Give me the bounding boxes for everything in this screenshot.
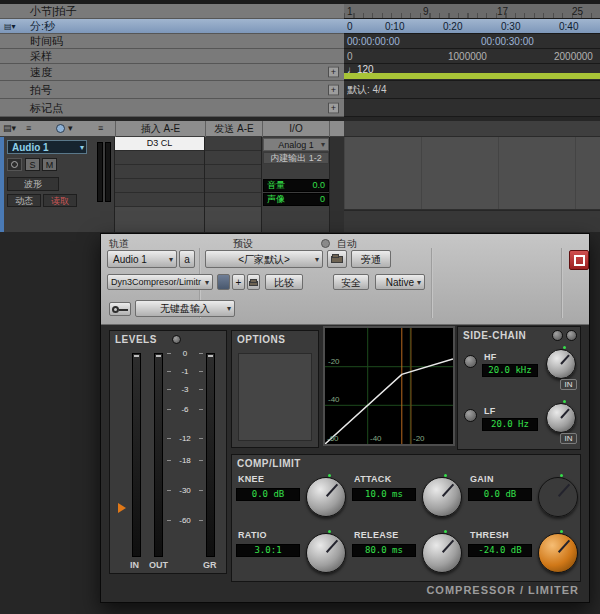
ruler-meter-label-row[interactable]: 拍号 + — [0, 81, 344, 99]
release-knob[interactable] — [422, 533, 462, 573]
edit-tools-icon[interactable]: ≡ — [26, 123, 31, 133]
ruler-minsec-label-row[interactable]: ▤▾ 分:秒 — [0, 19, 344, 34]
tempo-add-button[interactable]: + — [328, 67, 339, 78]
input-selector[interactable]: Analog 1 — [263, 138, 329, 151]
plugin-selector[interactable]: Dyn3Compresor/Limitr — [107, 274, 213, 290]
track-name-field[interactable]: Audio 1 ▾ — [7, 140, 87, 154]
clock-icon[interactable] — [56, 124, 65, 133]
ruler-samples-track[interactable]: 0 1000000 2000000 — [344, 49, 600, 64]
settings-menu-button[interactable] — [217, 274, 230, 290]
thresh-value[interactable]: -24.0 dB — [468, 544, 532, 557]
track-view-selector[interactable]: 波形 — [7, 177, 59, 191]
thresh-label: THRESH — [470, 530, 509, 540]
compare-button[interactable]: 比较 — [265, 274, 303, 290]
automation-mode-button[interactable]: 读取 — [43, 194, 77, 207]
options-empty-area — [238, 353, 312, 441]
options-panel: OPTIONS — [231, 330, 319, 448]
save-folder-icon — [249, 281, 258, 286]
ruler-bars-track[interactable]: 1 9 17 25 — [344, 4, 600, 19]
pan-readout[interactable]: 声像 0 — [263, 193, 329, 206]
volume-label: 音量 — [267, 180, 285, 190]
keyboard-target-selector[interactable]: 无键盘输入 — [135, 300, 235, 317]
solo-button[interactable]: S — [25, 158, 40, 171]
preset-selector[interactable]: <厂家默认> — [205, 250, 323, 268]
ruler-minsec-track[interactable]: 0 0:10 0:20 0:30 0:40 — [344, 19, 600, 34]
lf-in-button[interactable]: IN — [560, 433, 577, 444]
markers-add-button[interactable]: + — [328, 102, 339, 113]
sends-column-header[interactable]: 发送 A-E — [205, 121, 262, 137]
gain-value[interactable]: 0.0 dB — [468, 488, 532, 501]
insert-slot-2[interactable] — [115, 151, 204, 165]
io-column-header[interactable]: I/O — [262, 121, 330, 137]
target-button[interactable] — [569, 250, 589, 270]
inserts-column-header[interactable]: 插入 A-E — [115, 121, 205, 137]
hf-knob[interactable] — [546, 349, 576, 379]
ruler-tempo-label: 速度 — [30, 65, 52, 80]
list-icon[interactable]: ≡ — [98, 123, 103, 133]
lf-listen-button[interactable] — [464, 409, 477, 422]
ruler-list-icon[interactable]: ▤▾ — [4, 22, 16, 31]
sidechain-listen-button[interactable] — [566, 330, 577, 341]
librarian-icon[interactable] — [321, 239, 330, 248]
meter-add-button[interactable]: + — [328, 84, 339, 95]
automation-group-button[interactable]: 动态 — [7, 194, 41, 207]
ruler-meter-track[interactable]: 默认: 4/4 — [344, 81, 600, 99]
knee-value[interactable]: 0.0 dB — [236, 488, 300, 501]
automation-enable-button[interactable]: a — [179, 250, 195, 268]
insert-slot-4[interactable] — [115, 179, 204, 193]
track-section-label: 轨道 — [109, 237, 129, 251]
lf-value[interactable]: 20.0 Hz — [482, 418, 538, 431]
ruler-timecode-label-row[interactable]: 时间码 — [0, 34, 344, 49]
plugin-footer-title: COMPRESSOR / LIMITER — [101, 584, 593, 596]
send-slot-4[interactable] — [205, 179, 261, 193]
track-lane[interactable] — [344, 137, 600, 210]
hf-value[interactable]: 20.0 kHz — [482, 364, 538, 377]
preset-folder-button[interactable] — [327, 250, 347, 268]
thresh-knob[interactable] — [538, 533, 578, 573]
ruler-bars-label-row[interactable]: 小节|拍子 — [0, 4, 344, 19]
safe-button[interactable]: 安全 — [333, 274, 369, 290]
samples-value: 2000000 — [554, 51, 593, 62]
sidechain-key-button[interactable] — [552, 330, 563, 341]
auto-mode-button[interactable]: Native — [375, 274, 425, 290]
attack-value[interactable]: 10.0 ms — [352, 488, 416, 501]
keyboard-focus-button[interactable] — [109, 302, 131, 316]
hf-in-button[interactable]: IN — [560, 379, 577, 390]
add-preset-button[interactable]: + — [232, 274, 245, 290]
ruler-markers-label-row[interactable]: 标记点 + — [0, 99, 344, 117]
ratio-knob[interactable] — [306, 533, 346, 573]
hf-label: HF — [484, 352, 497, 362]
mute-button[interactable]: M — [42, 158, 57, 171]
ruler-tempo-label-row[interactable]: 速度 + — [0, 64, 344, 81]
send-slot-3[interactable] — [205, 165, 261, 179]
bypass-button[interactable]: 旁通 — [351, 250, 391, 268]
gain-knob[interactable] — [538, 477, 578, 517]
output-selector[interactable]: 内建输出 1-2 — [263, 152, 329, 164]
send-slot-1[interactable] — [205, 137, 261, 151]
attack-knob[interactable] — [422, 477, 462, 517]
insert-slot-3[interactable] — [115, 165, 204, 179]
levels-knob-icon[interactable] — [172, 335, 181, 344]
ruler-samples-label-row[interactable]: 采样 — [0, 49, 344, 64]
send-slot-5[interactable] — [205, 193, 261, 207]
gain-reduction-meter — [206, 353, 215, 557]
plugin-track-selector[interactable]: Audio 1 — [107, 250, 177, 268]
release-value[interactable]: 80.0 ms — [352, 544, 416, 557]
record-enable-button[interactable] — [7, 158, 22, 171]
ruler-markers-track[interactable] — [344, 99, 600, 117]
threshold-arrow-icon[interactable] — [118, 503, 126, 513]
insert-slot-5[interactable] — [115, 193, 204, 207]
ruler-timecode-track[interactable]: 00:00:00:00 00:00:30:00 — [344, 34, 600, 49]
lf-knob[interactable] — [546, 403, 576, 433]
ratio-value[interactable]: 3.0:1 — [236, 544, 300, 557]
save-preset-button[interactable] — [247, 274, 260, 290]
clock-caret-icon[interactable]: ▾ — [68, 123, 73, 133]
hf-listen-button[interactable] — [464, 355, 477, 368]
send-slot-2[interactable] — [205, 151, 261, 165]
volume-readout[interactable]: 音量 0.0 — [263, 179, 329, 192]
ruler-tempo-track[interactable]: ♩120 — [344, 64, 600, 81]
transfer-curve-graph: -20 -40 -60 -40 -20 — [323, 326, 455, 446]
insert-slot-1[interactable]: D3 CL — [115, 137, 204, 151]
knee-knob[interactable] — [306, 477, 346, 517]
track-list-menu-icon[interactable]: ▤▾ — [3, 123, 16, 133]
